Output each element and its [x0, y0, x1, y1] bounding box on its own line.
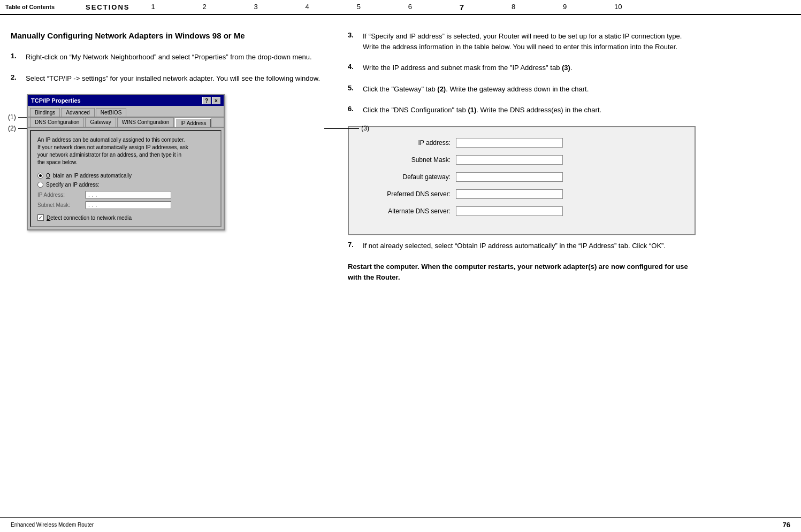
form-row-preferred-dns: Preferred DNS server:: [365, 189, 678, 199]
step-6: 6. Click the "DNS Configuration" tab (1)…: [348, 105, 696, 115]
step-6-text: Click the "DNS Configuration" tab (1). W…: [363, 105, 601, 115]
radio-obtain-auto-button[interactable]: [37, 173, 43, 179]
step-3-text: If “Specify and IP address” is selected,…: [363, 31, 696, 52]
step-6-num: 6.: [348, 105, 358, 115]
step-5-text: Click the "Gateway" tab (2). Write the g…: [363, 84, 589, 95]
detect-connection-row[interactable]: Detect connection to network media: [37, 214, 214, 221]
tab-advanced[interactable]: Advanced: [61, 108, 94, 117]
subnet-mask-label: Subnet Mask:: [37, 202, 86, 208]
ip-dot-2: .: [92, 192, 94, 198]
section-numbers: 1 2 3 4 5 6 7 8 9 10: [146, 3, 627, 12]
callout-label-1: (1): [8, 113, 16, 121]
step-4-num: 4.: [348, 63, 358, 73]
toc-label[interactable]: Table of Contents: [5, 4, 75, 10]
radio-obtain-auto-text: btain an IP address automatically: [53, 173, 132, 179]
step-2-text: Select “TCP/IP -> settings” for your ins…: [26, 73, 320, 84]
form-row-alternate-dns: Alternate DNS server:: [365, 206, 678, 216]
dialog-titlebar: TCP/IP Properties ? ×: [28, 95, 224, 106]
tab-bindings[interactable]: Bindings: [30, 108, 60, 117]
radio-obtain-auto-label: O: [46, 173, 50, 179]
step-3: 3. If “Specify and IP address” is select…: [348, 31, 696, 52]
step-5-num: 5.: [348, 84, 358, 95]
page-number: 76: [783, 521, 790, 529]
step-1-num: 1.: [11, 52, 21, 63]
main-content: Manually Configuring Network Adapters in…: [0, 15, 801, 293]
step-4-text: Write the IP address and subnet mask fro…: [363, 63, 573, 73]
tab-dns-config[interactable]: DNS Configuration: [30, 118, 84, 127]
ip-address-field[interactable]: . . .: [86, 191, 171, 199]
windows-dialog: TCP/IP Properties ? × Bindings Advanced …: [27, 94, 225, 230]
tab-gateway[interactable]: Gateway: [85, 118, 116, 127]
sections-label: SECTIONS: [86, 3, 129, 11]
step-2-num: 2.: [11, 73, 21, 84]
subnet-dot-3: .: [96, 202, 97, 208]
step-7-num: 7.: [348, 241, 358, 251]
form-row-ip: IP address:: [365, 138, 678, 148]
callout-label-3: (3): [361, 125, 369, 132]
dialog-controls: ? ×: [202, 97, 220, 104]
step-7-text: If not already selected, select “Obtain …: [363, 241, 666, 251]
form-input-preferred-dns[interactable]: [456, 189, 563, 199]
dialog-description: An IP address can be automatically assig…: [37, 136, 214, 166]
dialog-wrapper: (1) (2) (3) TCP/IP Properties ? ×: [27, 94, 332, 230]
ip-address-label: IP Address:: [37, 192, 86, 198]
form-row-gateway: Default gateway:: [365, 172, 678, 182]
nav-num-6[interactable]: 6: [403, 3, 417, 12]
dialog-body: An IP address can be automatically assig…: [30, 130, 222, 227]
ip-dot-1: .: [88, 192, 90, 198]
step-3-num: 3.: [348, 31, 358, 52]
left-column: Manually Configuring Network Adapters in…: [11, 31, 332, 282]
tab-netbios[interactable]: NetBIOS: [96, 108, 126, 117]
detect-checkbox[interactable]: [37, 214, 44, 221]
form-label-ip: IP address:: [365, 139, 451, 147]
form-input-alternate-dns[interactable]: [456, 206, 563, 216]
step-7: 7. If not already selected, select “Obta…: [348, 241, 696, 251]
nav-num-7[interactable]: 7: [454, 3, 469, 12]
callout-label-2: (2): [8, 125, 16, 132]
form-label-gateway: Default gateway:: [365, 173, 451, 181]
radio-obtain-auto[interactable]: Obtain an IP address automatically: [37, 173, 214, 179]
page-footer: Enhanced Wireless Modem Router 76: [0, 517, 801, 532]
subnet-mask-row: Subnet Mask: . . .: [37, 201, 214, 209]
radio-specify-button[interactable]: [37, 182, 43, 188]
dialog-help-button[interactable]: ?: [202, 97, 211, 104]
nav-num-5[interactable]: 5: [352, 3, 366, 12]
step-5: 5. Click the "Gateway" tab (2). Write th…: [348, 84, 696, 95]
detect-checkbox-label: Detect connection to network media: [47, 215, 132, 221]
subnet-dot-2: .: [92, 202, 94, 208]
ip-address-row: IP Address: . . .: [37, 191, 214, 199]
ip-dot-3: .: [96, 192, 97, 198]
step-1: 1. Right-click on “My Network Neighborho…: [11, 52, 332, 63]
subnet-mask-field[interactable]: . . .: [86, 201, 171, 209]
info-form: IP address: Subnet Mask: Default gateway…: [348, 126, 696, 235]
right-column: 3. If “Specify and IP address” is select…: [348, 31, 696, 282]
form-row-subnet: Subnet Mask:: [365, 155, 678, 165]
nav-num-9[interactable]: 9: [558, 3, 572, 12]
footer-product: Enhanced Wireless Modem Router: [11, 522, 94, 528]
nav-num-1[interactable]: 1: [146, 3, 160, 12]
nav-num-10[interactable]: 10: [609, 3, 627, 12]
tab-wins-config[interactable]: WINS Configuration: [117, 118, 174, 127]
step-4: 4. Write the IP address and subnet mask …: [348, 63, 696, 73]
form-label-alternate-dns: Alternate DNS server:: [365, 207, 451, 215]
bold-note: Restart the computer. When the computer …: [348, 261, 696, 282]
step-1-text: Right-click on “My Network Neighborhood”…: [26, 52, 312, 63]
form-label-preferred-dns: Preferred DNS server:: [365, 190, 451, 198]
tab-ip-address[interactable]: IP Address: [175, 118, 211, 127]
nav-num-3[interactable]: 3: [249, 3, 263, 12]
radio-specify[interactable]: Specify an IP address:: [37, 182, 214, 188]
subnet-dot-1: .: [88, 202, 90, 208]
callout-3-container: (3): [324, 125, 369, 132]
form-input-subnet[interactable]: [456, 155, 563, 165]
form-label-subnet: Subnet Mask:: [365, 156, 451, 164]
nav-num-2[interactable]: 2: [197, 3, 212, 12]
page-title: Manually Configuring Network Adapters in…: [11, 31, 332, 40]
form-input-gateway[interactable]: [456, 172, 563, 182]
nav-num-8[interactable]: 8: [506, 3, 521, 12]
dialog-title: TCP/IP Properties: [31, 97, 81, 104]
nav-num-4[interactable]: 4: [300, 3, 315, 12]
form-input-ip[interactable]: [456, 138, 563, 148]
radio-specify-label: Specify an IP address:: [46, 182, 100, 188]
top-navigation: Table of Contents SECTIONS 1 2 3 4 5 6 7…: [0, 0, 801, 15]
dialog-close-button[interactable]: ×: [212, 97, 220, 104]
